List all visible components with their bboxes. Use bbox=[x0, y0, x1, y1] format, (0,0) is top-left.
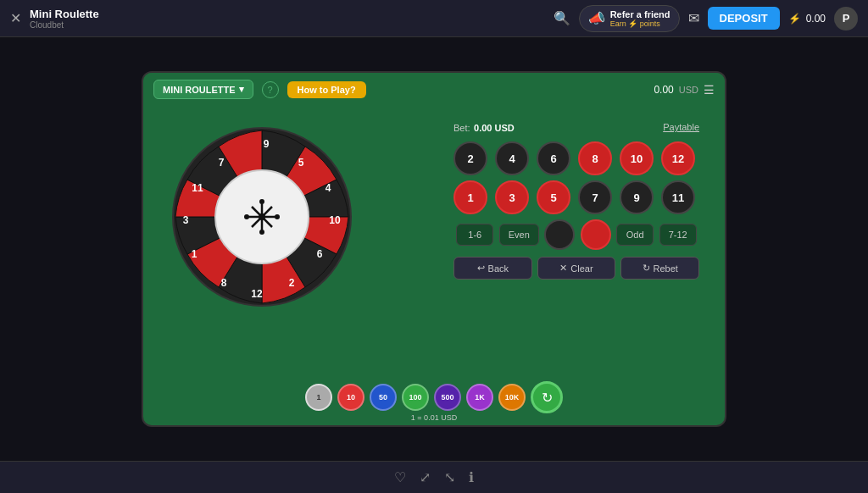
svg-point-19 bbox=[259, 199, 264, 204]
number-12[interactable]: 12 bbox=[661, 141, 695, 175]
topbar: ✕ Mini Roulette Cloudbet 🔍 📣 Refer a fri… bbox=[0, 0, 868, 37]
mini-roulette-label: MINI ROULETTE bbox=[163, 85, 236, 95]
chip-wrapper-100: 100 bbox=[402, 384, 429, 411]
svg-point-22 bbox=[275, 214, 280, 219]
number-3[interactable]: 3 bbox=[495, 180, 529, 214]
balance-area: ⚡ 0.00 bbox=[788, 13, 826, 25]
main-content: MINI ROULETTE ▾ ? How to Play? 0.00 USD … bbox=[0, 37, 868, 461]
chip-wrapper-500: 500 bbox=[434, 384, 461, 411]
chip-1k[interactable]: 1K bbox=[466, 384, 493, 411]
megaphone-icon: 📣 bbox=[588, 10, 605, 26]
chip-1[interactable]: 1 bbox=[305, 384, 332, 411]
rebet-button[interactable]: ↻ Rebet bbox=[620, 257, 699, 280]
svg-text:4: 4 bbox=[326, 182, 331, 194]
logo-area: Mini Roulette Cloudbet bbox=[30, 8, 99, 30]
bet-black[interactable] bbox=[544, 219, 575, 250]
number-4[interactable]: 4 bbox=[495, 141, 529, 175]
search-icon[interactable]: 🔍 bbox=[554, 10, 570, 26]
svg-text:9: 9 bbox=[264, 138, 270, 150]
chip-10[interactable]: 10 bbox=[337, 384, 364, 411]
refer-sub-text: Earn ⚡ points bbox=[610, 19, 670, 28]
chip-wrapper-10k: 10K bbox=[498, 384, 526, 411]
shrink-icon[interactable]: ⤡ bbox=[444, 469, 455, 485]
game-container: MINI ROULETTE ▾ ? How to Play? 0.00 USD … bbox=[142, 71, 726, 427]
chip-wrapper-1k: 1K bbox=[466, 384, 493, 411]
svg-text:11: 11 bbox=[192, 182, 203, 194]
svg-text:5: 5 bbox=[298, 157, 304, 169]
number-6[interactable]: 6 bbox=[537, 141, 570, 175]
number-7[interactable]: 7 bbox=[578, 180, 612, 214]
spin-button[interactable]: ↻ bbox=[531, 381, 563, 413]
chip-exchange-label: 1 = 0.01 USD bbox=[411, 413, 457, 422]
betting-table: Bet: 0.00 USD Paytable 2 4 6 8 10 12 1 3… bbox=[453, 119, 699, 280]
back-icon: ↩ bbox=[477, 263, 485, 274]
number-8[interactable]: 8 bbox=[578, 141, 612, 175]
refer-text: Refer a friend Earn ⚡ points bbox=[610, 9, 670, 28]
svg-text:3: 3 bbox=[183, 214, 189, 226]
clear-button[interactable]: ✕ Clear bbox=[537, 257, 616, 280]
clear-label: Clear bbox=[570, 263, 593, 274]
expand-icon[interactable]: ⤢ bbox=[420, 469, 431, 485]
balance-icon: ⚡ bbox=[788, 13, 801, 25]
topbar-right: 🔍 📣 Refer a friend Earn ⚡ points ✉ DEPOS… bbox=[554, 5, 858, 32]
avatar[interactable]: P bbox=[834, 7, 858, 30]
svg-text:12: 12 bbox=[251, 288, 263, 300]
svg-text:1: 1 bbox=[192, 248, 198, 260]
bet-amount: 0.00 USD bbox=[474, 123, 515, 133]
chip-wrapper-10: 10 bbox=[337, 384, 364, 411]
game-title: Mini Roulette bbox=[30, 8, 99, 20]
number-9[interactable]: 9 bbox=[620, 180, 654, 214]
bet-odd[interactable]: Odd bbox=[616, 224, 654, 246]
game-menu-icon[interactable]: ☰ bbox=[704, 83, 715, 97]
roulette-wheel: 9 5 4 10 6 2 12 8 1 3 11 7 bbox=[169, 124, 355, 310]
balance-value: 0.00 bbox=[806, 13, 826, 25]
chips-area: 1 10 50 100 500 1K 10K ↻ bbox=[143, 381, 725, 413]
number-2[interactable]: 2 bbox=[453, 141, 487, 175]
platform-name: Cloudbet bbox=[30, 20, 99, 30]
bottombar: ♡ ⤢ ⤡ ℹ bbox=[0, 461, 868, 493]
chip-wrapper-50: 50 bbox=[370, 384, 397, 411]
back-button[interactable]: ↩ Back bbox=[453, 257, 532, 280]
svg-text:6: 6 bbox=[317, 248, 323, 260]
number-grid-row1: 2 4 6 8 10 12 bbox=[453, 141, 699, 175]
game-balance-value: 0.00 bbox=[654, 84, 673, 96]
action-buttons: ↩ Back ✕ Clear ↻ Rebet bbox=[453, 257, 699, 280]
bet-even[interactable]: Even bbox=[499, 224, 539, 246]
paytable-link[interactable]: Paytable bbox=[663, 122, 699, 132]
chip-100[interactable]: 100 bbox=[402, 384, 429, 411]
chip-50[interactable]: 50 bbox=[370, 384, 397, 411]
svg-point-20 bbox=[259, 230, 264, 235]
svg-text:8: 8 bbox=[221, 277, 227, 289]
number-11[interactable]: 11 bbox=[661, 180, 695, 214]
refer-main-text: Refer a friend bbox=[610, 9, 670, 19]
close-button[interactable]: ✕ bbox=[10, 10, 21, 26]
bet-1-6[interactable]: 1-6 bbox=[456, 224, 493, 246]
chip-500[interactable]: 500 bbox=[434, 384, 461, 411]
svg-point-21 bbox=[244, 214, 249, 219]
heart-icon[interactable]: ♡ bbox=[394, 469, 406, 485]
bet-7-12[interactable]: 7-12 bbox=[659, 224, 697, 246]
refer-friend-button[interactable]: 📣 Refer a friend Earn ⚡ points bbox=[579, 5, 680, 32]
rebet-icon: ↻ bbox=[643, 263, 650, 274]
bet-label: Bet: bbox=[453, 123, 470, 133]
number-5[interactable]: 5 bbox=[537, 180, 570, 214]
help-icon[interactable]: ? bbox=[262, 81, 279, 98]
info-icon[interactable]: ℹ bbox=[469, 469, 474, 485]
how-to-play-button[interactable]: How to Play? bbox=[287, 81, 366, 98]
number-10[interactable]: 10 bbox=[620, 141, 654, 175]
svg-text:2: 2 bbox=[289, 277, 295, 289]
game-topbar: MINI ROULETTE ▾ ? How to Play? 0.00 USD … bbox=[143, 73, 725, 106]
chevron-down-icon: ▾ bbox=[239, 84, 244, 95]
mail-icon[interactable]: ✉ bbox=[688, 10, 699, 26]
game-balance-currency: USD bbox=[679, 85, 698, 95]
deposit-button[interactable]: DEPOSIT bbox=[708, 7, 780, 30]
svg-point-18 bbox=[259, 213, 265, 220]
number-1[interactable]: 1 bbox=[453, 180, 487, 214]
chip-10k[interactable]: 10K bbox=[498, 384, 526, 411]
bet-red[interactable] bbox=[581, 219, 611, 250]
rebet-label: Rebet bbox=[654, 263, 678, 274]
chip-wrapper-1: 1 bbox=[305, 384, 332, 411]
special-bets-row: 1-6 Even Odd 7-12 bbox=[453, 219, 699, 250]
mini-roulette-dropdown[interactable]: MINI ROULETTE ▾ bbox=[153, 80, 253, 99]
svg-text:7: 7 bbox=[219, 157, 225, 169]
